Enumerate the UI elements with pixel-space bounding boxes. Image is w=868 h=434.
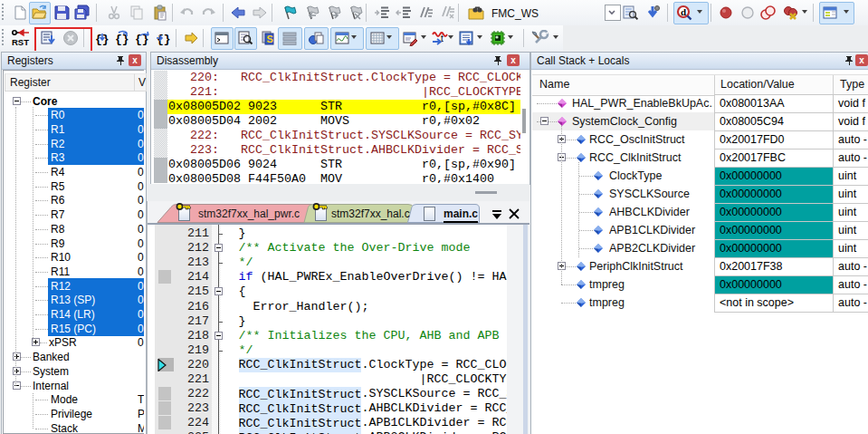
svg-text:d: d (681, 6, 686, 17)
svg-text:RST: RST (12, 37, 29, 47)
svg-text:S: S (267, 34, 273, 44)
svg-text:{}: {} (157, 33, 171, 46)
